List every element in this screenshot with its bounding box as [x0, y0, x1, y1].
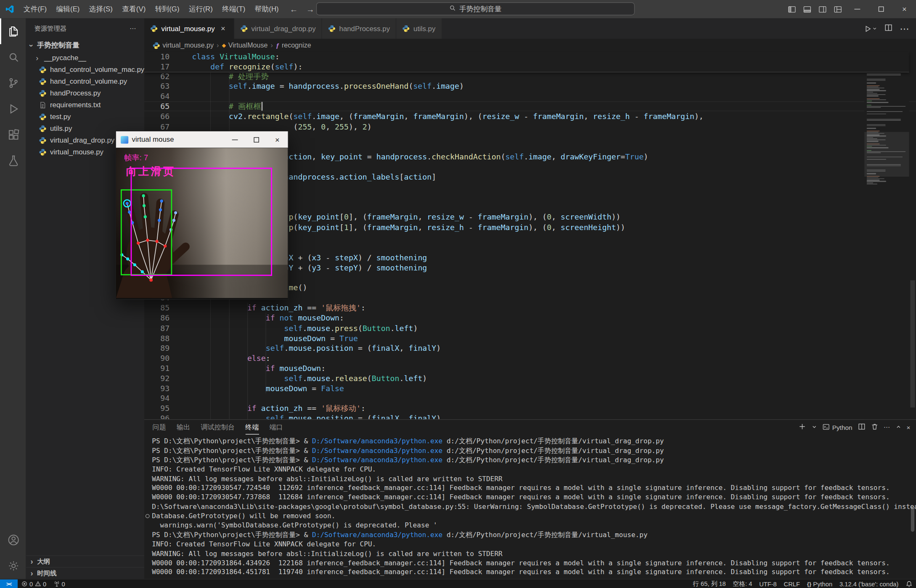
tree-item[interactable]: test.py	[26, 111, 144, 122]
vm-maximize-button[interactable]	[246, 131, 267, 148]
extensions-icon[interactable]	[0, 122, 26, 148]
code-line[interactable]: 62 # 处理手势	[144, 71, 916, 81]
python-interpreter[interactable]: 3.12.4 ('base': conda)	[836, 580, 902, 588]
ports-status[interactable]: 0	[50, 580, 69, 588]
forward-arrow-icon[interactable]: →	[306, 5, 315, 14]
code-line[interactable]: 17 def recognize(self):	[144, 62, 909, 72]
line-number[interactable]: 92	[144, 373, 169, 384]
toggle-panel-icon[interactable]	[800, 0, 815, 18]
panel-tab[interactable]: 问题	[153, 420, 166, 434]
tree-item[interactable]: hand_control_volume_mac.py	[26, 64, 144, 75]
editor-tab[interactable]: virtual_mouse.py×	[144, 18, 234, 39]
line-number[interactable]: 91	[144, 363, 169, 373]
search-icon[interactable]	[0, 44, 26, 70]
terminal-scrollbar-thumb[interactable]	[911, 507, 914, 532]
breadcrumb-item[interactable]: virtual_mouse.py	[153, 42, 214, 49]
menu-item[interactable]: 文件(F)	[19, 0, 51, 18]
toggle-secondary-sidebar-icon[interactable]	[815, 0, 830, 18]
menu-item[interactable]: 终端(T)	[217, 0, 250, 18]
split-editor-icon[interactable]	[884, 23, 893, 34]
code-line[interactable]: 95 if action_zh == '鼠标移动':	[144, 403, 916, 413]
editor-tab[interactable]: virtual_drag_drop.py	[234, 18, 322, 39]
code-line[interactable]: 65 # 画框框	[144, 101, 916, 111]
line-number[interactable]: 62	[144, 71, 169, 81]
tree-item[interactable]: ›__pycache__	[26, 52, 144, 64]
terminal-output[interactable]: PS D:\文档\Python\project\手势控制音量> & D:/Sof…	[144, 434, 916, 579]
sidebar-section[interactable]: ›时间线	[26, 567, 144, 579]
code-line[interactable]: 85 if action_zh == '鼠标拖拽':	[144, 303, 916, 313]
code-line[interactable]: 93 mouseDown = False	[144, 384, 916, 394]
menu-item[interactable]: 编辑(E)	[51, 0, 84, 18]
panel-tab[interactable]: 终端	[245, 420, 259, 434]
code-line[interactable]: 88 mouseDown = True	[144, 333, 916, 343]
line-number[interactable]: 93	[144, 384, 169, 394]
line-number[interactable]: 89	[144, 343, 169, 353]
line-number[interactable]: 17	[144, 62, 169, 72]
virtual-mouse-window[interactable]: virtual mouse ×	[115, 131, 289, 300]
line-number[interactable]: 66	[144, 111, 169, 122]
menu-item[interactable]: 转到(G)	[150, 0, 184, 18]
notifications-bell[interactable]	[902, 580, 916, 588]
terminal-dropdown-icon[interactable]	[812, 424, 818, 431]
editor-tab[interactable]: handProcess.py	[322, 18, 396, 39]
indentation-status[interactable]: 空格: 4	[729, 580, 756, 588]
problems-status[interactable]: 0 0	[18, 580, 50, 588]
run-python-icon[interactable]	[864, 24, 877, 33]
code-line[interactable]: 86 if not mouseDown:	[144, 313, 916, 323]
settings-icon[interactable]	[0, 553, 26, 579]
line-number[interactable]: 88	[144, 333, 169, 343]
sticky-scroll[interactable]: 10class VirtualMouse:17 def recognize(se…	[144, 52, 909, 72]
panel-more-icon[interactable]: ⋯	[884, 424, 890, 431]
panel-tab[interactable]: 端口	[270, 420, 283, 434]
cursor-position[interactable]: 行 65, 列 18	[689, 580, 729, 588]
tree-item[interactable]: hand_control_volume.py	[26, 75, 144, 87]
line-number[interactable]: 10	[144, 52, 169, 62]
menu-item[interactable]: 运行(R)	[184, 0, 217, 18]
code-line[interactable]: 66 cv2.rectangle(self.image, (frameMargi…	[144, 111, 916, 122]
close-button[interactable]: ×	[892, 0, 916, 18]
run-and-debug-icon[interactable]	[0, 96, 26, 122]
code-line[interactable]: 89 self.mouse.position = (finalX, finalY…	[144, 343, 916, 353]
vm-window-titlebar[interactable]: virtual mouse ×	[116, 131, 288, 148]
editor-scrollbar[interactable]	[909, 52, 916, 419]
menu-item[interactable]: 选择(S)	[85, 0, 117, 18]
source-control-icon[interactable]	[0, 70, 26, 96]
vm-close-button[interactable]: ×	[267, 131, 288, 148]
line-number[interactable]: 95	[144, 403, 169, 413]
maximize-panel-icon[interactable]	[895, 424, 901, 431]
code-line[interactable]: 63 self.image = handprocess.processOneHa…	[144, 81, 916, 91]
line-number[interactable]: 96	[144, 413, 169, 419]
tree-root-folder[interactable]: › 手势控制音量	[26, 39, 144, 52]
scrollbar-thumb[interactable]	[910, 280, 915, 407]
sidebar-section[interactable]: ›大纲	[26, 555, 144, 567]
breadcrumb-item[interactable]: ◆VirtualMouse	[222, 42, 267, 49]
breadcrumb-item[interactable]: ƒrecognize	[276, 42, 311, 49]
kill-terminal-icon[interactable]	[871, 423, 878, 432]
close-panel-icon[interactable]: ×	[906, 424, 910, 431]
close-tab-icon[interactable]: ×	[218, 24, 228, 33]
encoding-status[interactable]: UTF-8	[756, 580, 780, 588]
accounts-icon[interactable]	[0, 527, 26, 553]
code-line[interactable]: 91 if mouseDown:	[144, 363, 916, 373]
remote-indicator[interactable]: ><	[0, 580, 18, 588]
minimap[interactable]	[864, 52, 909, 419]
editor-tab[interactable]: utils.py	[396, 18, 442, 39]
toggle-sidebar-icon[interactable]	[784, 0, 800, 18]
line-number[interactable]: 86	[144, 313, 169, 323]
menu-item[interactable]: 帮助(H)	[250, 0, 283, 18]
editor-more-icon[interactable]: ⋯	[900, 23, 909, 34]
code-line[interactable]: 94	[144, 393, 916, 403]
language-mode[interactable]: {}Python	[803, 580, 836, 588]
code-line[interactable]: 67 (255, 0, 255), 2)	[144, 122, 916, 132]
line-number[interactable]: 64	[144, 91, 169, 101]
code-line[interactable]: 92 self.mouse.release(Button.left)	[144, 373, 916, 384]
back-arrow-icon[interactable]: ←	[290, 5, 298, 14]
tree-item[interactable]: requirements.txt	[26, 99, 144, 111]
line-number[interactable]: 94	[144, 393, 169, 403]
line-number[interactable]: 65	[144, 101, 169, 111]
line-number[interactable]: 63	[144, 81, 169, 91]
maximize-button[interactable]	[869, 0, 892, 18]
code-line[interactable]: 87 self.mouse.press(Button.left)	[144, 323, 916, 333]
line-number[interactable]: 90	[144, 353, 169, 363]
customize-layout-icon[interactable]	[830, 0, 845, 18]
